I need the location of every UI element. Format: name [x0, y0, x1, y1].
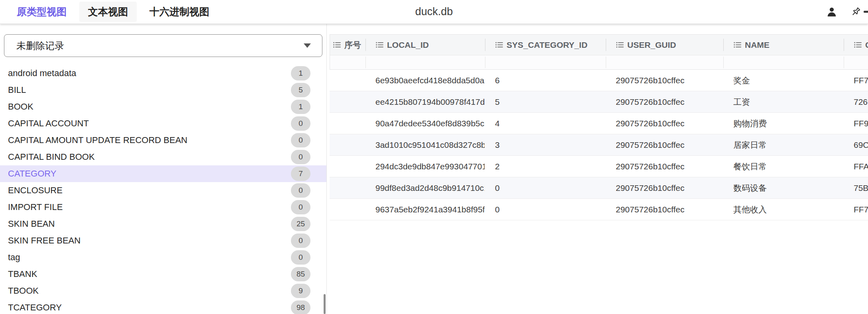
table-name: IMPORT FILE	[8, 202, 63, 212]
sidebar: 未删除记录 android metadata1BILL5BOOK1CAPITAL…	[0, 24, 327, 314]
table-row[interactable]: 294dc3de9db847e9930477019...229075726b10…	[330, 156, 868, 177]
sidebar-table-item[interactable]: SKIN FREE BEAN0	[0, 232, 326, 249]
table-cell: 29075726b10cffec	[605, 177, 723, 198]
tab-2[interactable]: 十六进制视图	[141, 2, 218, 22]
row-count-badge: 0	[291, 116, 310, 131]
table-name: BOOK	[8, 102, 33, 112]
clipped-edge-icon[interactable]	[864, 11, 868, 13]
column-header-0[interactable]: 序号	[330, 35, 365, 55]
table-row[interactable]: 99df8ed3ad2d48c9b914710c1e...029075726b1…	[330, 177, 868, 199]
table-cell: 3	[485, 134, 605, 155]
table-name: TBOOK	[8, 286, 39, 296]
column-header-2[interactable]: SYS_CATEGORY_ID	[485, 35, 606, 55]
table-cell: FFA7	[843, 156, 868, 177]
sidebar-table-item[interactable]: TBANK85	[0, 266, 326, 283]
sidebar-table-item[interactable]: android metadata1	[0, 65, 326, 82]
topbar: 原类型视图文本视图十六进制视图 duck.db	[0, 0, 868, 24]
sidebar-table-item[interactable]: BILL5	[0, 82, 326, 98]
row-count-badge: 0	[291, 183, 310, 198]
table-cell: 6	[485, 70, 605, 91]
row-count-badge: 5	[291, 83, 310, 97]
filter-cell-4[interactable]	[723, 55, 844, 69]
table-cell: 75BD	[843, 177, 868, 198]
table-cell: ee4215b807194b00978f417dd...	[365, 91, 485, 112]
row-count-badge: 1	[291, 66, 310, 80]
table-cell: 6e93b0aeefcd418e8dda5d0a5f...	[365, 70, 485, 91]
sidebar-table-item[interactable]: CATEGORY7	[0, 165, 326, 182]
grid-body: 6e93b0aeefcd418e8dda5d0a5f...629075726b1…	[330, 70, 868, 220]
user-icon[interactable]	[825, 5, 839, 19]
view-tabs: 原类型视图文本视图十六进制视图	[0, 2, 218, 22]
table-cell: 99df8ed3ad2d48c9b914710c1e...	[365, 177, 485, 198]
window-title: duck.db	[415, 5, 453, 18]
table-cell: 2	[485, 156, 605, 177]
record-filter-dropdown[interactable]: 未删除记录	[4, 34, 322, 57]
sidebar-table-item[interactable]: BOOK1	[0, 98, 326, 115]
table-cell: 工资	[723, 91, 843, 112]
filter-cell-5[interactable]	[844, 55, 868, 69]
filter-cell-1[interactable]	[365, 55, 485, 69]
filter-cell-3[interactable]	[606, 55, 723, 69]
list-icon	[734, 41, 741, 48]
table-cell: 餐饮日常	[723, 156, 843, 177]
table-cell: 29075726b10cffec	[605, 113, 723, 134]
sidebar-table-item[interactable]: SKIN BEAN25	[0, 216, 326, 232]
table-cell	[330, 156, 365, 177]
table-name: CAPITAL BIND BOOK	[8, 152, 95, 162]
sidebar-table-item[interactable]: IMPORT FILE0	[0, 199, 326, 216]
sidebar-table-item[interactable]: ENCLOSURE0	[0, 182, 326, 199]
column-label: LOCAL_ID	[387, 40, 429, 50]
table-cell: 0	[485, 199, 605, 220]
table-name: CATEGORY	[8, 169, 56, 179]
table-name: BILL	[8, 85, 26, 95]
table-row[interactable]: 9637a5eb2f9241a3941b8f95fab...029075726b…	[330, 199, 868, 220]
list-icon	[376, 41, 383, 48]
table-name: TCATEGORY	[8, 302, 62, 313]
table-cell: 数码设备	[723, 177, 843, 198]
column-header-3[interactable]: USER_GUID	[606, 35, 723, 55]
table-cell	[330, 134, 365, 155]
sidebar-table-item[interactable]: CAPITAL ACCOUNT0	[0, 115, 326, 132]
sidebar-table-item[interactable]: CAPITAL AMOUNT UPDATE RECORD BEAN0	[0, 132, 326, 149]
column-label: SYS_CATEGORY_ID	[507, 40, 587, 50]
list-icon	[495, 41, 503, 48]
filter-cell-0[interactable]	[330, 55, 365, 69]
sidebar-table-item[interactable]: TBOOK9	[0, 283, 326, 299]
column-label: CO	[865, 40, 868, 50]
row-count-badge: 85	[291, 267, 310, 281]
table-row[interactable]: 3ad1010c951041c08d327c8b9e...329075726b1…	[330, 134, 868, 156]
sidebar-scrollbar-thumb[interactable]	[324, 294, 326, 314]
table-cell	[330, 91, 365, 112]
table-cell: 0	[485, 177, 605, 198]
column-header-1[interactable]: LOCAL_ID	[365, 35, 485, 55]
filter-cell-2[interactable]	[485, 55, 606, 69]
table-row[interactable]: 6e93b0aeefcd418e8dda5d0a5f...629075726b1…	[330, 70, 868, 91]
list-icon	[854, 41, 862, 48]
grid-header-row: 序号LOCAL_IDSYS_CATEGORY_IDUSER_GUIDNAMECO	[330, 34, 868, 55]
row-count-badge: 0	[291, 133, 310, 147]
row-count-badge: 0	[291, 250, 310, 265]
sidebar-table-item[interactable]: TCATEGORY98	[0, 299, 326, 314]
row-count-badge: 9	[291, 284, 310, 298]
table-cell	[330, 177, 365, 198]
content: 未删除记录 android metadata1BILL5BOOK1CAPITAL…	[0, 24, 868, 314]
column-label: NAME	[745, 40, 770, 50]
tab-1[interactable]: 文本视图	[79, 2, 137, 22]
main-panel: 序号LOCAL_IDSYS_CATEGORY_IDUSER_GUIDNAMECO…	[327, 24, 868, 314]
table-row[interactable]: 90a47dedee5340ef8d839b5cb0...429075726b1…	[330, 113, 868, 134]
row-count-badge: 0	[291, 150, 310, 164]
table-cell: 9637a5eb2f9241a3941b8f95fab...	[365, 199, 485, 220]
table-cell	[330, 70, 365, 91]
pin-icon[interactable]	[849, 5, 862, 19]
table-cell: FF74	[843, 199, 868, 220]
table-row[interactable]: ee4215b807194b00978f417dd...529075726b10…	[330, 91, 868, 113]
column-header-5[interactable]: CO	[844, 35, 868, 55]
tab-0[interactable]: 原类型视图	[8, 2, 75, 22]
column-header-4[interactable]: NAME	[723, 35, 844, 55]
table-cell: 购物消费	[723, 113, 843, 134]
sidebar-table-item[interactable]: CAPITAL BIND BOOK0	[0, 149, 326, 165]
table-cell: FF76	[843, 70, 868, 91]
sidebar-table-item[interactable]: tag0	[0, 249, 326, 266]
row-count-badge: 0	[291, 200, 310, 214]
table-cell: 7269	[843, 91, 868, 112]
